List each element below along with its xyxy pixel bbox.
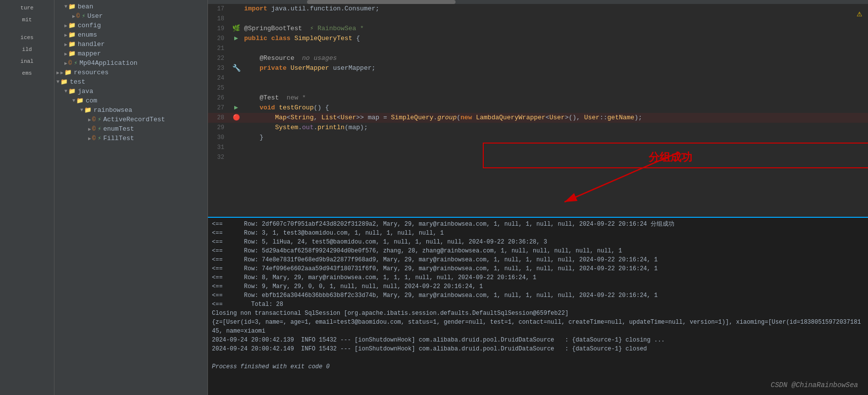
console-line-11: Closing non transactional SqlSession [or…: [212, 309, 864, 318]
tree-item-activerecord[interactable]: ▶ © ⚡ ActiveRecordTest: [54, 115, 207, 124]
code-line-23: 23 🔧 private UserMapper userMapper;: [208, 63, 868, 73]
editor-hscrollbar[interactable]: [208, 0, 868, 4]
mp04app-arrow: ▶: [64, 60, 67, 66]
rainbowsea-arrow: ▼: [80, 107, 83, 113]
com-arrow: ▼: [72, 98, 75, 103]
sidebar-item-items[interactable]: ems: [0, 67, 54, 79]
console-line-14: 2024-09-24 20:00:42.149 INFO 15432 --- […: [212, 345, 864, 353]
resources-parent-arrow: ▶: [56, 70, 59, 76]
console-line-15: [212, 353, 864, 362]
code-line-28: 28 🔴 Map<String, List<User>> map = Simpl…: [208, 113, 868, 123]
user-green-icon: ⚡: [82, 12, 85, 20]
resources-label: resources: [74, 69, 108, 76]
console-line-4: <== Row: 5d29a4bcaf6258f99242904d0be0f57…: [212, 247, 864, 255]
sidebar-item-commit[interactable]: mit: [0, 14, 54, 26]
rainbowsea-label: rainbowsea: [94, 106, 132, 114]
tree-item-enumtest[interactable]: ▶ © ⚡ enumTest: [54, 124, 207, 134]
code-scroll[interactable]: 17 import java.util.function.Consumer; 1…: [208, 4, 868, 217]
bean-label: bean: [78, 3, 93, 10]
tree-item-user[interactable]: ▶ © ⚡ User: [54, 11, 207, 21]
filltest-arrow: ▶: [88, 136, 91, 142]
tree-item-test[interactable]: ▼ 📁 test: [54, 77, 207, 87]
console-panel[interactable]: <== Row: 2df607c70f951abf243d8202f31289a…: [208, 217, 868, 395]
console-line-2: <== Row: 3, 1, test3@baomidou.com, 1, nu…: [212, 229, 864, 238]
tree-item-mapper[interactable]: ▶ 📁 mapper: [54, 49, 207, 58]
bean-folder-icon: 📁: [68, 3, 76, 10]
tree-item-handler[interactable]: ▶ 📁 handler: [54, 40, 207, 49]
java-folder-icon: 📁: [68, 88, 76, 95]
handler-folder-icon: 📁: [68, 41, 76, 48]
tree-item-resources[interactable]: ▶ ▶ 📁 resources: [54, 68, 207, 77]
console-line-12: {z=[User(id=3, name=, age=1, email=test3…: [212, 318, 864, 336]
code-line-31: 31: [208, 143, 868, 152]
handler-arrow: ▶: [64, 42, 67, 48]
sidebar-item-build[interactable]: ild: [0, 44, 54, 55]
filltest-green-icon: ⚡: [98, 135, 101, 142]
java-arrow: ▼: [64, 89, 67, 94]
tree-item-config[interactable]: ▶ 📁 config: [54, 21, 207, 30]
mapper-label: mapper: [78, 50, 101, 57]
code-line-17: 17 import java.util.function.Consumer;: [208, 4, 868, 14]
handler-label: handler: [78, 41, 105, 48]
enumtest-icon: ©: [92, 126, 96, 133]
user-icon: ©: [76, 13, 80, 20]
enumtest-arrow: ▶: [88, 126, 91, 132]
tree-item-filltest[interactable]: ▶ © ⚡ FillTest: [54, 134, 207, 143]
filltest-label: FillTest: [103, 135, 134, 142]
tree-item-mp04app[interactable]: ▶ © ⚡ Mp04Application: [54, 58, 207, 68]
mp04app-label: Mp04Application: [79, 59, 137, 67]
console-line-6: <== Row: 74ef096e6602aaa59d943f180731f6f…: [212, 264, 864, 273]
main-content: ⚠ 17 import java.util.function.Consumer;…: [208, 0, 868, 395]
resources-folder-icon: 📁: [64, 69, 72, 76]
enumtest-label: enumTest: [103, 125, 134, 133]
bean-arrow: ▼: [64, 4, 67, 9]
console-line-7: <== Row: 8, Mary, 29, mary@rainbowsea.co…: [212, 273, 864, 282]
tree-item-bean[interactable]: ▼ 📁 bean: [54, 2, 207, 11]
tree-item-com[interactable]: ▼ 📁 com: [54, 96, 207, 105]
code-line-19: 19 🌿 @SpringBootTest ⚡ RainbowSea *: [208, 24, 868, 34]
watermark: CSDN @ChinaRainbowSea: [771, 381, 858, 389]
mapper-arrow: ▶: [64, 51, 67, 57]
enums-label: enums: [78, 31, 97, 39]
sidebar-item-structure[interactable]: ture: [0, 2, 54, 14]
tree-item-rainbowsea[interactable]: ▼ 📁 rainbowsea: [54, 105, 207, 115]
mapper-folder-icon: 📁: [68, 50, 76, 57]
console-line-16: Process finished with exit code 0: [212, 362, 864, 371]
enums-arrow: ▶: [64, 32, 67, 38]
sidebar-item-services[interactable]: ices: [0, 32, 54, 44]
config-label: config: [78, 22, 101, 29]
console-line-8: <== Row: 9, Mary, 29, 0, 0, 1, null, nul…: [212, 282, 864, 291]
console-line-3: <== Row: 5, liHua, 24, test5@baomidou.co…: [212, 238, 864, 247]
code-line-22: 22 @Resource no usages: [208, 53, 868, 63]
console-line-9: <== Row: ebfb126a30446b36bbb63b8f2c33d74…: [212, 291, 864, 300]
activerecord-label: ActiveRecordTest: [103, 116, 165, 123]
test-arrow: ▼: [56, 79, 59, 85]
code-line-20: 20 ▶ public class SimpleQueryTest {: [208, 34, 868, 44]
tree-item-enums[interactable]: ▶ 📁 enums: [54, 30, 207, 40]
sidebar-item-terminal[interactable]: inal: [0, 55, 54, 67]
config-folder-icon: 📁: [68, 22, 76, 29]
code-line-29: 29 System.out.println(map);: [208, 123, 868, 133]
rainbowsea-folder-icon: 📁: [84, 106, 92, 114]
hscroll-thumb: [307, 0, 456, 4]
code-line-26: 26 @Test new *: [208, 93, 868, 103]
user-arrow: ▶: [72, 13, 75, 19]
file-tree-panel: ▼ 📁 bean ▶ © ⚡ User ▶ 📁 config ▶ 📁 enums…: [54, 0, 208, 395]
console-line-10: <== Total: 28: [212, 300, 864, 309]
enums-folder-icon: 📁: [68, 31, 76, 39]
enumtest-green-icon: ⚡: [98, 125, 101, 133]
filltest-icon: ©: [92, 135, 96, 142]
test-label: test: [70, 78, 85, 86]
mp04app-icon: ©: [68, 60, 72, 67]
com-folder-icon: 📁: [76, 97, 84, 104]
warning-icon: ⚠: [857, 8, 862, 19]
console-line-5: <== Row: 74e8e7831f0e68ed9b9a22877f968ad…: [212, 255, 864, 264]
sidebar-item-3[interactable]: [0, 26, 54, 32]
code-line-32: 32: [208, 152, 868, 162]
resources-arrow: ▶: [60, 70, 63, 76]
console-line-13: 2024-09-24 20:00:42.139 INFO 15432 --- […: [212, 336, 864, 345]
com-label: com: [86, 97, 97, 104]
tree-item-java[interactable]: ▼ 📁 java: [54, 87, 207, 96]
code-line-25: 25: [208, 83, 868, 93]
code-editor: ⚠ 17 import java.util.function.Consumer;…: [208, 4, 868, 217]
